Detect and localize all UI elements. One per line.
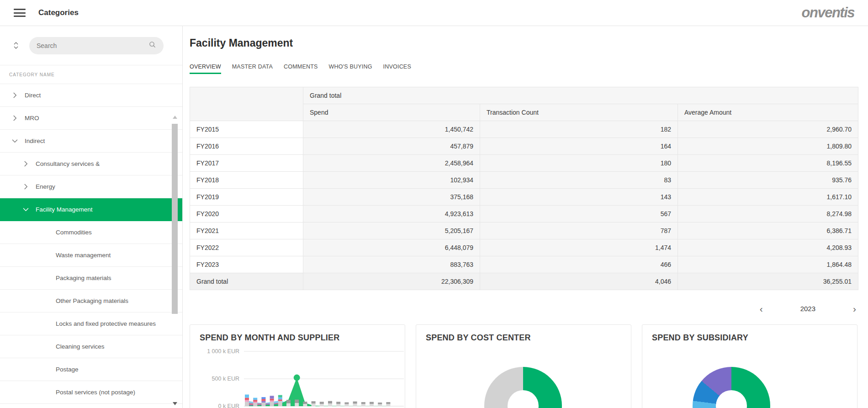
- current-year-label: 2023: [800, 305, 815, 313]
- row-label-cell: FY2023: [190, 256, 303, 273]
- spend-by-cost-center-card: SPEND BY COST CENTER: [416, 324, 631, 408]
- value-cell: 102,934: [303, 172, 480, 189]
- chart-cards-row: SPEND BY MONTH AND SUPPLIER 1 000 k EUR5…: [190, 324, 860, 408]
- spend-by-subsidiary-card: SPEND BY SUBSIDIARY: [642, 324, 857, 408]
- column-header-average-amount: Average Amount: [678, 104, 858, 121]
- value-cell: 8,274.98: [678, 206, 858, 223]
- sidebar-item-label: Waste management: [56, 252, 111, 259]
- tab-who-s-buying[interactable]: WHO'S BUYING: [329, 64, 372, 74]
- scrollbar-thumb[interactable]: [172, 124, 178, 314]
- row-label-cell: FY2021: [190, 223, 303, 239]
- value-cell: 883,763: [303, 256, 480, 273]
- row-label-cell: FY2016: [190, 138, 303, 155]
- sidebar-item-consultancy-services[interactable]: Consultancy services &: [0, 153, 182, 175]
- sidebar-item-other-packaging-materials[interactable]: Other Packaging materials: [0, 290, 182, 313]
- row-label-cell: FY2017: [190, 155, 303, 172]
- sidebar-item-label: Other Packaging materials: [56, 297, 128, 304]
- row-label-cell: FY2015: [190, 121, 303, 138]
- sidebar-item-label: Consultancy services &: [36, 160, 100, 167]
- search-pill: [29, 37, 164, 54]
- sidebar-item-waste-management[interactable]: Waste management: [0, 244, 182, 267]
- value-cell: 8,196.55: [678, 155, 858, 172]
- sidebar-item-packaging-materials[interactable]: Packaging materials: [0, 267, 182, 290]
- scroll-up-icon[interactable]: [173, 116, 177, 119]
- value-cell: 375,168: [303, 189, 480, 206]
- svg-text:1 000 k EUR: 1 000 k EUR: [207, 348, 239, 355]
- chevron-down-icon: [13, 138, 17, 144]
- spend-by-month-card: SPEND BY MONTH AND SUPPLIER 1 000 k EUR5…: [190, 324, 405, 408]
- category-name-column-header: CATEGORY NAME: [0, 65, 182, 84]
- column-header-transaction-count: Transaction Count: [480, 104, 678, 121]
- value-cell: 6,386.71: [678, 223, 858, 239]
- value-cell: 143: [480, 189, 678, 206]
- sidebar-item-label: Cleaning services: [56, 343, 105, 350]
- sidebar-item-locks-and-fixed-protective-measures[interactable]: Locks and fixed protective measures: [0, 313, 182, 335]
- table-row: FY20172,458,9641808,196.55: [190, 155, 858, 172]
- tab-comments[interactable]: COMMENTS: [284, 64, 318, 74]
- sidebar-scrollbar: [172, 116, 178, 408]
- table-row: FY20226,448,0791,4744,208.93: [190, 239, 858, 256]
- value-cell: 180: [480, 155, 678, 172]
- value-cell: 1,864.48: [678, 256, 858, 273]
- sidebar-item-energy[interactable]: Energy: [0, 175, 182, 198]
- donut-hole: [508, 390, 539, 408]
- table-row: FY2018102,93483935.76: [190, 172, 858, 189]
- sidebar-item-label: Commodities: [56, 229, 92, 236]
- value-cell: 787: [480, 223, 678, 239]
- tab-master-data[interactable]: MASTER DATA: [232, 64, 273, 74]
- tab-overview[interactable]: OVERVIEW: [190, 64, 221, 74]
- category-tree: Direct MRO Indirect Consultancy services…: [0, 84, 182, 404]
- row-label-cell: FY2022: [190, 239, 303, 256]
- chevron-right-icon: [13, 92, 17, 98]
- value-cell: 22,306,309: [303, 273, 480, 290]
- app-window: Categories onventis CATEGORY NAME Direct…: [0, 0, 868, 408]
- sidebar-item-cleaning-services[interactable]: Cleaning services: [0, 335, 182, 358]
- chevron-right-icon: [24, 161, 28, 167]
- chart-title-subsidiary: SPEND BY SUBSIDIARY: [652, 333, 748, 343]
- hamburger-menu-icon[interactable]: [14, 9, 26, 17]
- onventis-logo: onventis: [802, 5, 854, 21]
- cost-center-donut-chart: [484, 367, 562, 408]
- table-corner-cell: [190, 87, 303, 121]
- sidebar-item-label: Energy: [36, 183, 55, 190]
- sidebar-item-commodities[interactable]: Commodities: [0, 221, 182, 244]
- donut-hole: [716, 390, 747, 408]
- table-row: FY20151,450,7421822,960.70: [190, 121, 858, 138]
- sidebar-item-label: Packaging materials: [56, 275, 111, 281]
- magnifier-icon: [149, 41, 156, 50]
- sidebar-item-postage[interactable]: Postage: [0, 358, 182, 381]
- value-cell: 4,923,613: [303, 206, 480, 223]
- sidebar-search-row: [0, 26, 182, 65]
- tab-invoices[interactable]: INVOICES: [383, 64, 411, 74]
- previous-year-icon[interactable]: ‹: [758, 304, 765, 313]
- sidebar-item-postal-services-not-postage[interactable]: Postal services (not postage): [0, 381, 182, 404]
- chevron-right-icon: [24, 184, 28, 190]
- scroll-down-icon[interactable]: [173, 402, 177, 405]
- row-label-cell: Grand total: [190, 273, 303, 290]
- sidebar-item-direct[interactable]: Direct: [0, 84, 182, 107]
- table-row: FY20204,923,6135678,274.98: [190, 206, 858, 223]
- sidebar-item-mro[interactable]: MRO: [0, 107, 182, 130]
- value-cell: 1,809.80: [678, 138, 858, 155]
- sort-icon[interactable]: [11, 41, 21, 51]
- sidebar-item-facility-management[interactable]: Facility Management: [0, 198, 182, 221]
- chart-title-month-supplier: SPEND BY MONTH AND SUPPLIER: [200, 333, 339, 343]
- table-row: FY20215,205,1677876,386.71: [190, 223, 858, 239]
- svg-text:0 k EUR: 0 k EUR: [218, 403, 239, 408]
- value-cell: 5,205,167: [303, 223, 480, 239]
- chevron-down-icon: [24, 207, 28, 212]
- table-group-header: Grand total: [303, 87, 858, 104]
- value-cell: 4,208.93: [678, 239, 858, 256]
- category-title: Facility Management: [190, 37, 293, 49]
- sidebar-item-indirect[interactable]: Indirect: [0, 130, 182, 153]
- category-sidebar: CATEGORY NAME Direct MRO Indirect Consul…: [0, 26, 183, 408]
- value-cell: 2,458,964: [303, 155, 480, 172]
- next-year-icon[interactable]: ›: [851, 304, 858, 313]
- sidebar-item-label: Facility Management: [36, 206, 93, 213]
- search-input[interactable]: [37, 42, 149, 49]
- table-row: FY2023883,7634661,864.48: [190, 256, 858, 273]
- value-cell: 164: [480, 138, 678, 155]
- value-cell: 4,046: [480, 273, 678, 290]
- svg-text:500 k EUR: 500 k EUR: [212, 376, 239, 382]
- table-total-row: Grand total22,306,3094,04636,255.01: [190, 273, 858, 290]
